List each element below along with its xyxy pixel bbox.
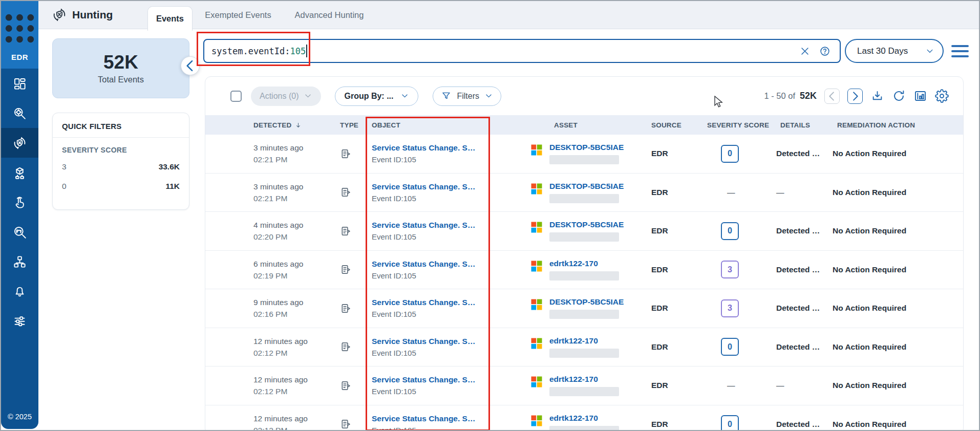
severity-cell: — (698, 381, 772, 390)
collapse-panel-button[interactable] (181, 56, 200, 75)
relative-time: 12 minutes ago (253, 374, 336, 385)
object-link[interactable]: Service Status Change. S… (372, 142, 521, 154)
previous-page-button[interactable] (824, 89, 840, 104)
tab-advanced-hunting[interactable]: Advanced Hunting (294, 1, 364, 29)
table-row[interactable]: 3 minutes ago02:21 PMService Status Chan… (205, 173, 963, 212)
details-cell[interactable]: Detected … (772, 265, 829, 274)
details-cell[interactable]: — (772, 381, 829, 390)
asset-link[interactable]: edrtk122-170 (549, 414, 619, 423)
quick-filters-title: QUICK FILTERS (53, 113, 189, 137)
column-header-object[interactable]: OBJECT (367, 121, 521, 129)
details-cell[interactable]: — (772, 188, 829, 197)
object-link[interactable]: Service Status Change. S… (372, 374, 521, 385)
severity-badge: 0 (721, 222, 739, 240)
relative-time: 9 minutes ago (253, 296, 336, 308)
settings-gear-icon[interactable] (935, 89, 949, 103)
time-range-dropdown[interactable]: Last 30 Days (845, 39, 944, 63)
sidebar-item-response[interactable] (1, 187, 38, 217)
table-row[interactable]: 12 minutes ago02:12 PMService Status Cha… (205, 366, 963, 405)
object-link[interactable]: Service Status Change. S… (372, 219, 521, 231)
sidebar-item-topology[interactable] (1, 247, 38, 276)
sidebar-item-forensics[interactable] (1, 217, 38, 247)
asset-link[interactable]: DESKTOP-5BC5IAE (549, 143, 624, 152)
column-label: ASSET (554, 121, 578, 129)
details-cell[interactable]: Detected … (772, 342, 829, 352)
copyright: © 2025 (8, 413, 32, 421)
object-link[interactable]: Service Status Change. S… (372, 258, 521, 270)
sidebar-item-hunting[interactable] (1, 128, 38, 158)
windows-os-icon (530, 221, 543, 233)
column-header-detected[interactable]: DETECTED (246, 121, 336, 129)
sidebar-item-threat-search[interactable] (1, 98, 38, 128)
relative-time: 12 minutes ago (253, 335, 336, 347)
event-type-icon (336, 380, 367, 392)
sidebar-item-settings-sliders[interactable] (1, 306, 38, 336)
column-header-type[interactable]: TYPE (336, 121, 367, 129)
column-header-remediation[interactable]: REMEDIATION ACTION (829, 121, 963, 129)
asset-link[interactable]: DESKTOP-5BC5IAE (549, 220, 624, 229)
app-switcher[interactable]: EDR (1, 1, 38, 69)
event-type-icon (336, 303, 367, 314)
sidebar-item-notifications[interactable] (1, 276, 38, 306)
tab-exempted-events[interactable]: Exempted Events (205, 1, 271, 29)
column-header-asset[interactable]: ASSET (521, 121, 644, 129)
clock-time: 02:21 PM (253, 154, 336, 165)
refresh-icon[interactable] (892, 89, 906, 103)
relative-time: 3 minutes ago (253, 181, 336, 192)
select-all-checkbox[interactable] (230, 91, 242, 102)
remediation-cell: No Action Required (829, 188, 963, 197)
column-header-details[interactable]: DETAILS (772, 121, 829, 129)
query-search-input[interactable]: system.eventId:105 (203, 39, 841, 63)
column-header-source[interactable]: SOURCE (644, 121, 698, 129)
sidebar-item-assets[interactable] (1, 158, 38, 187)
table-row[interactable]: 12 minutes ago02:12 PMService Status Cha… (205, 405, 963, 431)
quick-filter-severity-3[interactable]: 333.6K (53, 157, 189, 177)
menu-bar (951, 50, 969, 52)
object-link[interactable]: Service Status Change. S… (372, 296, 521, 308)
next-page-button[interactable] (847, 89, 863, 104)
details-cell[interactable]: Detected … (772, 149, 829, 158)
menu-bar (951, 45, 969, 47)
asset-cell: edrtk122-170 (521, 259, 644, 281)
clear-search-icon[interactable] (799, 46, 811, 57)
tab-events[interactable]: Events (147, 6, 193, 31)
chart-view-icon[interactable] (913, 89, 927, 103)
filters-label: Filters (457, 92, 479, 101)
table-row[interactable]: 4 minutes ago02:20 PMService Status Chan… (205, 211, 963, 250)
asset-link[interactable]: DESKTOP-5BC5IAE (549, 182, 624, 191)
object-link[interactable]: Service Status Change. S… (372, 413, 521, 424)
sort-descending-icon[interactable] (294, 121, 302, 129)
object-cell: Service Status Change. S…Event ID:105 (367, 258, 521, 282)
sidebar-item-dashboard[interactable] (1, 69, 38, 98)
asset-link[interactable]: DESKTOP-5BC5IAE (549, 297, 624, 307)
windows-os-icon (530, 337, 543, 350)
help-icon[interactable] (819, 46, 830, 57)
filters-button[interactable]: Filters (433, 87, 501, 106)
relative-time: 4 minutes ago (253, 219, 336, 231)
asset-link[interactable]: edrtk122-170 (549, 259, 619, 268)
settings-sliders-icon (13, 314, 27, 328)
group-by-button[interactable]: Group By: ... (335, 87, 418, 106)
detected-cell: 12 minutes ago02:12 PM (246, 413, 336, 431)
object-link[interactable]: Service Status Change. S… (372, 335, 521, 347)
quick-filter-severity-0[interactable]: 011K (53, 177, 189, 196)
asset-link[interactable]: edrtk122-170 (549, 375, 619, 384)
export-icon[interactable] (870, 89, 884, 103)
object-link[interactable]: Service Status Change. S… (372, 181, 521, 192)
clock-time: 02:12 PM (253, 385, 336, 397)
table-row[interactable]: 6 minutes ago02:19 PMService Status Chan… (205, 250, 963, 289)
total-events-card[interactable]: 52K Total Events (52, 38, 189, 98)
details-cell[interactable]: Detected … (772, 420, 829, 429)
relative-time: 12 minutes ago (253, 413, 336, 424)
details-cell[interactable]: Detected … (772, 304, 829, 313)
detected-cell: 3 minutes ago02:21 PM (246, 142, 336, 165)
menu-icon[interactable] (951, 45, 969, 57)
details-cell[interactable]: Detected … (772, 226, 829, 235)
table-row[interactable]: 3 minutes ago02:21 PMService Status Chan… (205, 135, 963, 173)
table-row[interactable]: 9 minutes ago02:16 PMService Status Chan… (205, 289, 963, 328)
table-row[interactable]: 12 minutes ago02:12 PMService Status Cha… (205, 328, 963, 367)
source-cell: EDR (644, 188, 698, 197)
column-header-severity[interactable]: SEVERITY SCORE (698, 121, 772, 129)
clock-time: 02:12 PM (253, 424, 336, 431)
asset-link[interactable]: edrtk122-170 (549, 336, 619, 346)
